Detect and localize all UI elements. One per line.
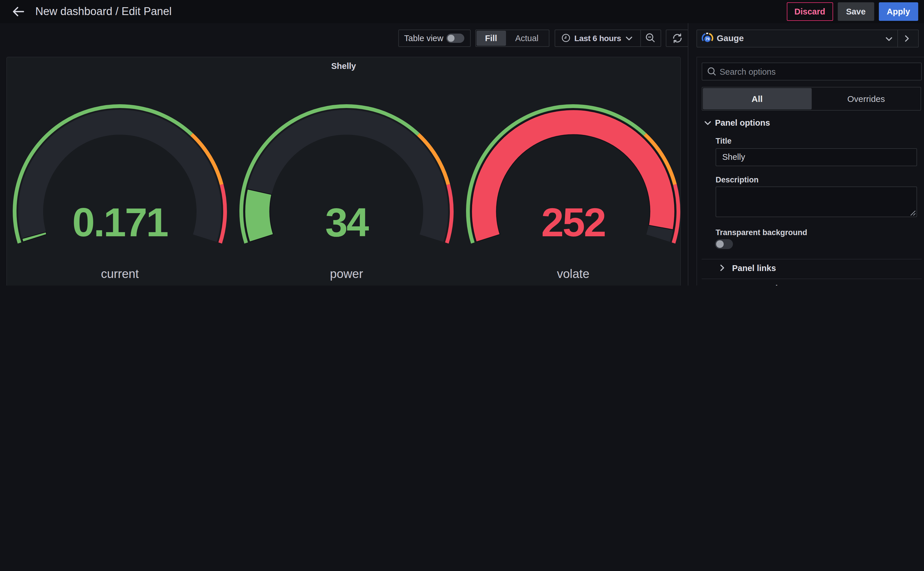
svg-text:volate: volate <box>557 267 589 280</box>
svg-text:79: 79 <box>705 37 710 41</box>
svg-text:34: 34 <box>325 199 369 245</box>
svg-text:power: power <box>330 267 363 280</box>
svg-text:0.171: 0.171 <box>72 199 168 245</box>
svg-text:252: 252 <box>541 199 605 245</box>
svg-text:current: current <box>101 267 139 280</box>
